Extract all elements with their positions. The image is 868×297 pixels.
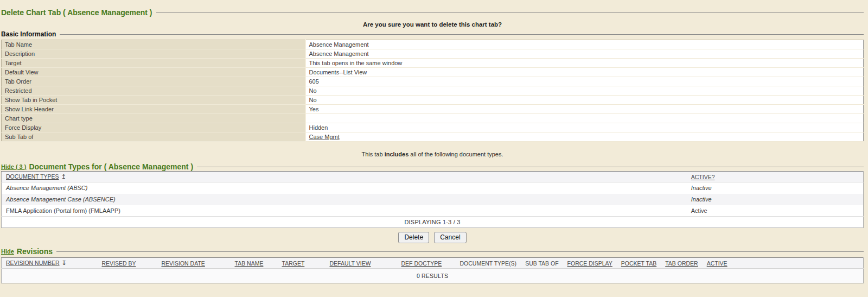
sort-ascending-icon: ↥ xyxy=(61,173,66,180)
column-header-default-view: DEFAULT VIEW xyxy=(326,258,397,269)
note-prefix: This tab xyxy=(361,151,384,157)
sort-document-types-link[interactable]: DOCUMENT TYPES xyxy=(6,173,59,180)
results-count: 0 RESULTS xyxy=(2,269,864,283)
sort-revision-number-link[interactable]: REVISION NUMBER xyxy=(6,260,60,266)
column-header-revision-number: REVISION NUMBER↧ xyxy=(2,258,98,269)
revisions-legend-row: Hide Revisions xyxy=(1,247,864,256)
sort-tab-name-link[interactable]: TAB NAME xyxy=(235,260,264,267)
field-value: Case Mgmt xyxy=(305,132,864,142)
page-title: Delete Chart Tab ( Absence Management ) xyxy=(1,8,152,17)
doc-type-name: Absence Management Case (ABSENCE) xyxy=(2,194,687,205)
doc-types-divider-line xyxy=(197,167,864,167)
field-label: Description xyxy=(2,49,305,59)
paging-status: DISPLAYING 1-3 / 3 xyxy=(2,217,864,228)
column-header-document-types: DOCUMENT TYPES↥ xyxy=(2,172,687,182)
field-value xyxy=(305,114,864,123)
doc-types-legend-row: Hide ( 3 ) Document Types for ( Absence … xyxy=(1,162,864,171)
sort-force-display-link[interactable]: FORCE DISPLAY xyxy=(567,260,612,267)
doc-types-header-row: DOCUMENT TYPES↥ ACTIVE? xyxy=(2,172,864,182)
info-row-restricted: Restricted No xyxy=(2,86,864,96)
info-row-tab-order: Tab Order 605 xyxy=(2,77,864,86)
sort-tab-order-link[interactable]: TAB ORDER xyxy=(665,260,698,267)
action-button-bar: Delete Cancel xyxy=(1,232,864,243)
doc-type-row[interactable]: Absence Management Case (ABSENCE) Inacti… xyxy=(2,194,864,205)
revisions-divider-line xyxy=(56,251,864,252)
field-value: Documents--List View xyxy=(305,68,864,77)
column-header-def-doctype: DEF DOCTYPE xyxy=(397,258,456,269)
field-value: Yes xyxy=(305,105,864,114)
column-label: DOCUMENT TYPE(S) xyxy=(460,260,517,267)
column-header-active: ACTIVE xyxy=(703,258,864,269)
doc-type-row[interactable]: FMLA Application (Portal form) (FMLAAPP)… xyxy=(2,205,864,217)
revisions-empty-row: 0 RESULTS xyxy=(2,269,864,283)
column-header-pocket-tab: POCKET TAB xyxy=(617,258,661,269)
confirm-message: Are you sure you want to delete this cha… xyxy=(1,21,864,28)
doc-type-name: FMLA Application (Portal form) (FMLAAPP) xyxy=(2,205,687,217)
column-header-revision-date: REVISION DATE xyxy=(157,258,231,269)
field-label: Restricted xyxy=(2,86,305,96)
doc-type-active: Inactive xyxy=(687,182,864,194)
sort-descending-icon: ↧ xyxy=(62,260,67,266)
basic-info-divider-line xyxy=(60,34,864,35)
doc-type-name: Absence Management (ABSC) xyxy=(2,182,687,194)
sort-active-link[interactable]: ACTIVE xyxy=(707,260,727,267)
revisions-title: Revisions xyxy=(17,247,53,256)
field-label: Show Link Header xyxy=(2,105,305,114)
column-header-target: TARGET xyxy=(278,258,326,269)
note-suffix: all of the following document types. xyxy=(409,151,503,157)
delete-button[interactable]: Delete xyxy=(398,232,429,243)
column-header-revised-by: REVISED BY xyxy=(98,258,157,269)
basic-info-title: Basic Information xyxy=(1,30,56,38)
page-title-row: Delete Chart Tab ( Absence Management ) xyxy=(1,0,864,17)
title-divider-line xyxy=(156,12,864,13)
column-label: SUB TAB OF xyxy=(525,260,558,267)
field-label: Tab Name xyxy=(2,40,305,49)
field-label: Target xyxy=(2,59,305,68)
doc-type-active: Active xyxy=(687,205,864,217)
doc-types-table: DOCUMENT TYPES↥ ACTIVE? Absence Manageme… xyxy=(1,171,864,228)
info-row-chart-type: Chart type xyxy=(2,114,864,123)
field-value: Absence Management xyxy=(305,40,864,49)
sort-default-view-link[interactable]: DEFAULT VIEW xyxy=(330,260,371,267)
info-row-sub-tab-of: Sub Tab of Case Mgmt xyxy=(2,132,864,142)
info-row-tab-name: Tab Name Absence Management xyxy=(2,40,864,49)
field-value: 605 xyxy=(305,77,864,86)
column-header-tab-order: TAB ORDER xyxy=(661,258,702,269)
sort-revised-by-link[interactable]: REVISED BY xyxy=(102,260,136,267)
field-value: Hidden xyxy=(305,123,864,132)
basic-info-legend-row: Basic Information xyxy=(1,30,864,38)
field-value: No xyxy=(305,86,864,96)
sort-pocket-tab-link[interactable]: POCKET TAB xyxy=(621,260,656,267)
info-row-show-tab-in-pocket: Show Tab in Pocket No xyxy=(2,96,864,105)
basic-info-table: Tab Name Absence Management Description … xyxy=(1,40,864,142)
column-header-tab-name: TAB NAME xyxy=(231,258,278,269)
revisions-header-row: REVISION NUMBER↧ REVISED BY REVISION DAT… xyxy=(2,258,864,269)
hide-doc-types-link[interactable]: Hide ( 3 ) xyxy=(1,163,26,170)
field-label: Default View xyxy=(2,68,305,77)
field-label: Show Tab in Pocket xyxy=(2,96,305,105)
sort-active-link[interactable]: ACTIVE? xyxy=(691,174,715,180)
doc-types-title: Document Types for ( Absence Management … xyxy=(29,162,193,171)
field-value: This tab opens in the same window xyxy=(305,59,864,68)
field-value: No xyxy=(305,96,864,105)
sort-revision-date-link[interactable]: REVISION DATE xyxy=(162,260,205,267)
info-row-show-link-header: Show Link Header Yes xyxy=(2,105,864,114)
info-row-force-display: Force Display Hidden xyxy=(2,123,864,132)
sort-target-link[interactable]: TARGET xyxy=(282,260,305,267)
doc-type-row[interactable]: Absence Management (ABSC) Inactive xyxy=(2,182,864,194)
sub-tab-of-link[interactable]: Case Mgmt xyxy=(309,134,340,140)
hide-revisions-link[interactable]: Hide xyxy=(1,248,14,255)
cancel-button[interactable]: Cancel xyxy=(434,232,466,243)
field-label: Chart type xyxy=(2,114,305,123)
field-label: Sub Tab of xyxy=(2,132,305,142)
field-value: Absence Management xyxy=(305,49,864,59)
field-label: Tab Order xyxy=(2,77,305,86)
sort-def-doctype-link[interactable]: DEF DOCTYPE xyxy=(401,260,442,267)
doc-types-footer-row: DISPLAYING 1-3 / 3 xyxy=(2,217,864,228)
doc-types-note: This tab includes all of the following d… xyxy=(1,151,864,157)
column-header-sub-tab-of: SUB TAB OF xyxy=(521,258,563,269)
info-row-target: Target This tab opens in the same window xyxy=(2,59,864,68)
info-row-description: Description Absence Management xyxy=(2,49,864,59)
column-header-document-types: DOCUMENT TYPE(S) xyxy=(456,258,521,269)
note-bold: includes xyxy=(385,151,409,157)
